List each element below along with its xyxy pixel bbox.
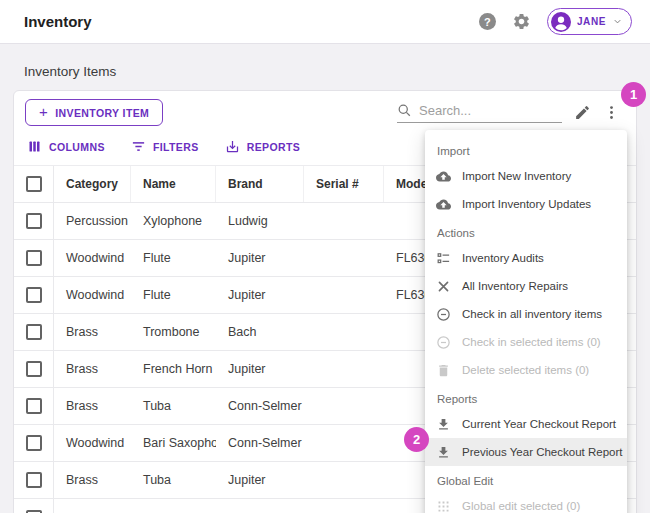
cell-brand: Jupiter [216,240,304,276]
cloud-upload-icon [435,168,452,185]
menu-item-global-edit-selected-0: Global edit selected (0) [425,492,627,513]
row-checkbox-cell [14,277,54,313]
row-checkbox[interactable] [26,324,42,340]
cell-serial [304,351,384,387]
gear-icon[interactable] [512,12,531,31]
download-icon [435,416,452,433]
menu-item-check-in-all-inventory-items[interactable]: Check in all inventory items [425,300,627,328]
cell-brand: Jupiter [216,462,304,498]
annotation-badge-1: 1 [621,82,646,107]
row-checkbox-cell [14,388,54,424]
menu-item-current-year-checkout-report[interactable]: Current Year Checkout Report [425,410,627,438]
menu-item-inventory-audits[interactable]: Inventory Audits [425,244,627,272]
menu-item-label: Inventory Audits [462,252,544,264]
select-all-cell [14,166,54,202]
chevron-down-icon [612,16,623,27]
cell-serial [304,462,384,498]
row-checkbox-cell [14,203,54,239]
section-title: Inventory Items [24,64,116,79]
grid-dots-icon [435,498,452,513]
reports-button[interactable]: REPORTS [225,139,301,154]
menu-section-header-import: Import [425,136,627,162]
cell-serial [304,425,384,461]
repair-tools-icon [435,278,452,295]
cell-serial [304,240,384,276]
context-menu: ImportImport New InventoryImport Invento… [425,130,627,513]
row-checkbox[interactable] [26,510,42,513]
menu-item-label: All Inventory Repairs [462,280,568,292]
cell-name: Trombone [131,314,216,350]
menu-section-header-actions: Actions [425,218,627,244]
cell-serial [304,277,384,313]
row-checkbox-cell [14,351,54,387]
column-header-brand[interactable]: Brand [216,166,304,202]
menu-item-label: Import Inventory Updates [462,198,591,210]
minus-circle-icon [435,306,452,323]
cloud-upload-icon [435,196,452,213]
reports-download-icon [225,139,240,154]
cell-brand: Conn-Selmer [216,388,304,424]
cell-serial [304,314,384,350]
menu-item-label: Delete selected items (0) [462,364,589,376]
search-box[interactable] [397,103,562,123]
search-input[interactable] [419,103,554,118]
cell-name: Flute [131,277,216,313]
row-checkbox-cell [14,425,54,461]
cell-brand: Jupiter [216,277,304,313]
annotation-badge-2: 2 [404,427,429,452]
cell-serial [304,203,384,239]
top-bar-actions: ? JANE [479,8,632,35]
menu-item-label: Current Year Checkout Report [462,418,616,430]
menu-item-delete-selected-items-0: Delete selected items (0) [425,356,627,384]
row-checkbox[interactable] [26,213,42,229]
row-checkbox[interactable] [26,250,42,266]
plus-icon: + [39,103,48,120]
menu-item-check-in-selected-items-0: Check in selected items (0) [425,328,627,356]
column-header-name[interactable]: Name [131,166,216,202]
columns-icon [27,139,42,154]
column-header-serial[interactable]: Serial # [304,166,384,202]
columns-button[interactable]: COLUMNS [27,139,105,154]
filters-button[interactable]: FILTERS [131,139,199,154]
user-menu-button[interactable]: JANE [547,8,632,35]
page-title: Inventory [24,13,479,30]
menu-item-all-inventory-repairs[interactable]: All Inventory Repairs [425,272,627,300]
cell-category: Brass [54,462,131,498]
row-checkbox[interactable] [26,361,42,377]
menu-section-header-global-edit: Global Edit [425,466,627,492]
edit-icon[interactable] [574,104,591,121]
column-header-category[interactable]: Category [54,166,131,202]
cell-category: Brass [54,314,131,350]
cell-category: Percussion [54,203,131,239]
row-checkbox[interactable] [26,287,42,303]
row-checkbox-cell [14,240,54,276]
menu-section-header-reports: Reports [425,384,627,410]
top-bar: Inventory ? JANE [0,0,650,44]
table-tools [397,103,620,123]
menu-item-import-inventory-updates[interactable]: Import Inventory Updates [425,190,627,218]
menu-item-label: Previous Year Checkout Report [462,446,622,458]
more-options-icon[interactable] [603,104,620,121]
row-checkbox[interactable] [26,472,42,488]
search-icon [397,103,412,118]
menu-item-label: Check in all inventory items [462,308,602,320]
cell-name: Xylophone [131,203,216,239]
help-icon[interactable]: ? [479,13,496,30]
select-all-checkbox[interactable] [26,176,42,192]
menu-item-previous-year-checkout-report[interactable]: Previous Year Checkout Report [425,438,627,466]
cell-category: Woodwind [54,277,131,313]
row-checkbox[interactable] [26,435,42,451]
add-inventory-item-button[interactable]: + INVENTORY ITEM [25,99,163,126]
reports-label: REPORTS [247,141,301,153]
cell-category: Brass [54,388,131,424]
row-checkbox-cell [14,462,54,498]
cell-category: Brass [54,351,131,387]
columns-label: COLUMNS [49,141,105,153]
trash-icon [435,362,452,379]
row-checkbox[interactable] [26,398,42,414]
cell-serial [304,388,384,424]
menu-item-label: Check in selected items (0) [462,336,601,348]
row-checkbox-cell [14,499,54,513]
cell-name: Flute [131,240,216,276]
menu-item-import-new-inventory[interactable]: Import New Inventory [425,162,627,190]
